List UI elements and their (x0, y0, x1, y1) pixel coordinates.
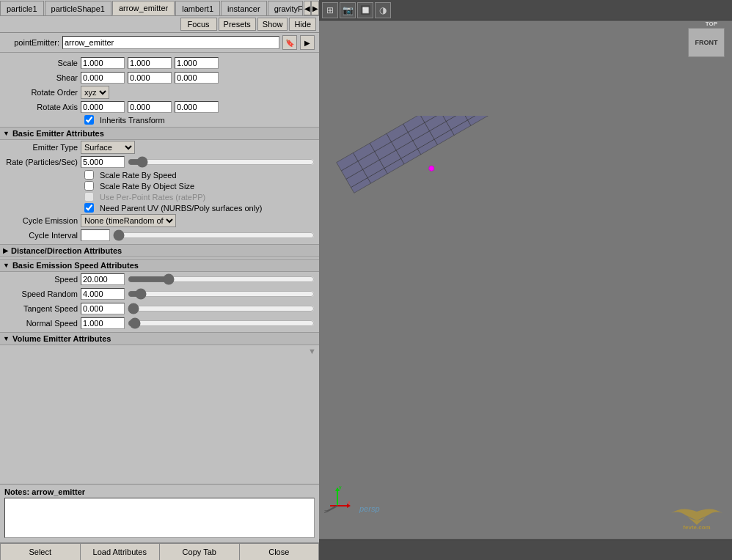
svg-rect-0 (337, 116, 499, 193)
viewport-background: TOP FRONT (319, 21, 732, 539)
use-per-point-label: Use Per-Point Rates (ratePP) (100, 193, 205, 202)
rate-input[interactable] (81, 156, 125, 168)
notes-textarea[interactable] (4, 498, 315, 538)
speed-random-input[interactable] (81, 288, 125, 300)
need-parent-uv-label: Need Parent UV (NURBS/Poly surfaces only… (100, 204, 262, 213)
cycle-emission-select[interactable]: None (timeRandom off) Sequential (81, 214, 176, 227)
tangent-speed-row: Tangent Speed (0, 301, 319, 316)
cycle-emission-label: Cycle Emission (4, 216, 78, 225)
show-button[interactable]: Show (257, 18, 288, 31)
load-attributes-button[interactable]: Load Attributes (80, 543, 160, 560)
tabs-scroll-left[interactable]: ◀ (304, 1, 312, 15)
svg-text:y: y (339, 485, 342, 490)
svg-text:z: z (324, 509, 327, 513)
inherits-transform-row: Inherits Transform (0, 114, 319, 125)
distance-direction-section-header[interactable]: ▶ Distance/Direction Attributes (0, 244, 319, 257)
shear-x-input[interactable] (81, 72, 125, 84)
cycle-interval-input[interactable] (81, 229, 110, 241)
use-per-point-row: Use Per-Point Rates (ratePP) (0, 191, 319, 202)
cycle-interval-slider[interactable] (113, 230, 315, 240)
svg-line-17 (326, 506, 337, 512)
normal-speed-label: Normal Speed (4, 319, 78, 328)
normal-speed-row: Normal Speed (0, 316, 319, 331)
tab-particle1[interactable]: particle1 (0, 1, 44, 15)
tabs-scroll-right[interactable]: ▶ (311, 1, 319, 15)
viewport-icon-3[interactable]: 🔲 (357, 2, 373, 18)
cycle-interval-row: Cycle Interval (0, 228, 319, 243)
tab-instancer[interactable]: instancer (221, 1, 267, 15)
basic-emitter-section-label: Basic Emitter Attributes (12, 129, 104, 138)
toolbar: Focus Presets Show Hide (0, 16, 319, 33)
scale-rate-speed-checkbox[interactable] (84, 170, 94, 180)
perspective-label: persp (359, 504, 380, 513)
select-button[interactable]: Select (0, 543, 80, 560)
tab-arrow-emitter[interactable]: arrow_emitter (112, 1, 175, 15)
scale-z-input[interactable] (175, 57, 219, 69)
tangent-speed-input[interactable] (81, 303, 125, 314)
scale-row: Scale (0, 56, 319, 70)
rate-row: Rate (Particles/Sec) (0, 155, 319, 169)
speed-random-slider[interactable] (128, 289, 315, 299)
volume-emitter-section-header[interactable]: ▼ Volume Emitter Attributes (0, 332, 319, 345)
volume-emitter-arrow-icon: ▼ (3, 335, 10, 342)
normal-speed-input[interactable] (81, 317, 125, 329)
viewport-icon-1[interactable]: ⊞ (322, 2, 338, 18)
basic-speed-section-label: Basic Emission Speed Attributes (12, 261, 139, 270)
normal-speed-slider[interactable] (128, 318, 315, 328)
hide-button[interactable]: Hide (289, 18, 316, 31)
cube-box: FRONT (688, 28, 725, 57)
cycle-emission-row: Cycle Emission None (timeRandom off) Seq… (0, 213, 319, 228)
rotate-order-row: Rotate Order xyz yzx zxy (0, 85, 319, 100)
scale-rate-speed-label: Scale Rate By Speed (100, 171, 177, 180)
svg-text:fevte.com: fevte.com (683, 524, 710, 531)
scale-x-input[interactable] (81, 57, 125, 69)
navigation-cube[interactable]: TOP FRONT (673, 28, 725, 68)
svg-point-12 (429, 166, 434, 171)
scale-rate-object-label: Scale Rate By Object Size (100, 182, 194, 191)
tab-particleshape1[interactable]: particleShape1 (45, 1, 111, 15)
presets-button[interactable]: Presets (219, 18, 256, 31)
notes-area: Notes: arrow_emitter (0, 484, 319, 542)
viewport-icon-2[interactable]: 📷 (340, 2, 356, 18)
cube-top-label: TOP (706, 21, 717, 27)
rate-label: Rate (Particles/Sec) (4, 158, 78, 166)
viewport-panel: ⊞ 📷 🔲 ◑ TOP FRONT (319, 0, 732, 560)
rotate-axis-y-input[interactable] (128, 101, 172, 113)
scale-y-input[interactable] (128, 57, 172, 69)
shear-row: Shear (0, 70, 319, 85)
emitter-type-select[interactable]: Surface Omni Directional Volume (81, 141, 135, 154)
speed-row: Speed (0, 272, 319, 287)
rate-slider[interactable] (128, 157, 315, 167)
volume-emitter-section-label: Volume Emitter Attributes (12, 334, 111, 343)
point-emitter-input[interactable] (62, 36, 279, 49)
speed-label: Speed (4, 275, 78, 284)
arrow-right-icon[interactable]: ▶ (300, 35, 315, 50)
shear-label: Shear (4, 73, 78, 82)
basic-emitter-section-header[interactable]: ▼ Basic Emitter Attributes (0, 127, 319, 140)
speed-slider[interactable] (128, 274, 315, 284)
need-parent-uv-row: Need Parent UV (NURBS/Poly surfaces only… (0, 202, 319, 213)
scale-rate-object-row: Scale Rate By Object Size (0, 180, 319, 191)
rotate-axis-x-input[interactable] (81, 101, 125, 113)
rotate-axis-row: Rotate Axis (0, 100, 319, 114)
shear-z-input[interactable] (175, 72, 219, 84)
close-button[interactable]: Close (239, 543, 320, 560)
shear-y-input[interactable] (128, 72, 172, 84)
copy-tab-button[interactable]: Copy Tab (159, 543, 239, 560)
inherits-transform-checkbox[interactable] (84, 115, 94, 125)
focus-button[interactable]: Focus (180, 18, 217, 31)
tangent-speed-slider[interactable] (128, 303, 315, 314)
rotate-order-select[interactable]: xyz yzx zxy (81, 86, 109, 99)
distance-direction-section-label: Distance/Direction Attributes (11, 246, 122, 255)
scale-rate-object-checkbox[interactable] (84, 181, 94, 191)
bookmark-icon[interactable]: 🔖 (282, 35, 297, 50)
rotate-axis-z-input[interactable] (175, 101, 219, 113)
tab-lambert1[interactable]: lambert1 (175, 1, 220, 15)
tab-gravityfield1[interactable]: gravityField1 (268, 1, 303, 15)
tab-bar: particle1 particleShape1 arrow_emitter l… (0, 0, 319, 16)
viewport-icon-4[interactable]: ◑ (375, 2, 391, 18)
attribute-scroll-area[interactable]: Scale Shear Rotate Order xyz yzx zxy Rot… (0, 53, 319, 484)
basic-speed-section-header[interactable]: ▼ Basic Emission Speed Attributes (0, 259, 319, 272)
need-parent-uv-checkbox[interactable] (84, 203, 94, 213)
speed-input[interactable] (81, 273, 125, 285)
